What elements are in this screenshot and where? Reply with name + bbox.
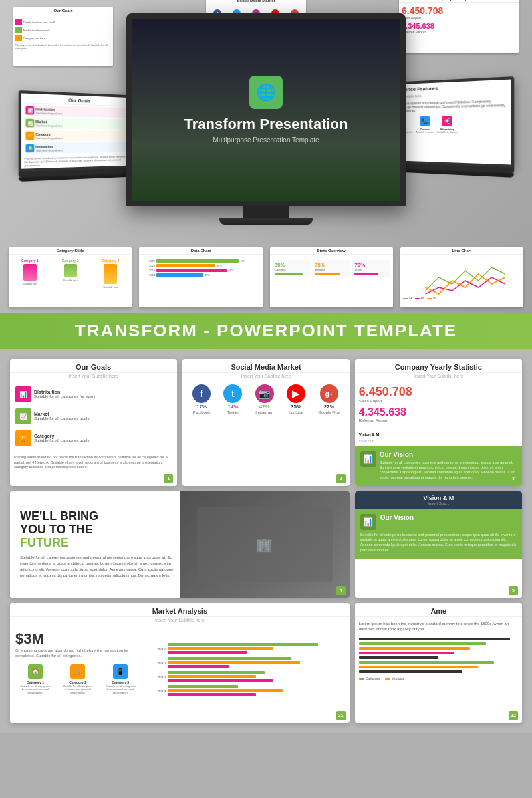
bar-2014-3 [168, 693, 256, 696]
mini-slide-3: Stats Overview 85% California 75% Montan… [270, 247, 393, 307]
bar-chart: 2017 2016 [151, 630, 344, 710]
america-page-num: 22 [509, 711, 518, 720]
america-lines [359, 638, 518, 673]
vision-header-sub: Insert Sub... [358, 501, 519, 505]
america-line-8 [359, 670, 463, 673]
stat-title: Company Yearly Statistic [355, 359, 522, 373]
monitor-stand [243, 206, 289, 218]
america-legend: California Montana [359, 676, 518, 681]
bar-2015-2 [168, 675, 256, 678]
america-line-6 [359, 661, 494, 664]
goals-subtitle: Insert Your Subtitle here [10, 373, 177, 381]
instagram-icon: 📷 [255, 384, 274, 403]
monitor-subtitle: Multipurpose Presentation Template [184, 136, 348, 144]
monitor-screen: 🌐 Transform Presentation Multipurpose Pr… [132, 19, 400, 201]
youtube-item: ▶ 35% Youtube [287, 384, 305, 414]
market-slide-card: Market Analysis Insert Your Subtitle her… [10, 603, 350, 723]
monitor-frame: 🌐 Transform Presentation Multipurpose Pr… [126, 13, 406, 206]
future-body-text: Suitable for all categories business and… [20, 555, 187, 579]
our-vision-text: Suitable for all categories business and… [380, 460, 517, 481]
america-body: Lorem Ipsum has been the industry's stan… [355, 617, 522, 685]
goal-icon-3: 🏆 [15, 430, 31, 446]
market-cat-3: 📱 Category 3 Suitable for all categories… [100, 664, 140, 694]
cat-icon-1: 🏠 [28, 664, 43, 679]
stat-page-num: 3 [509, 474, 518, 483]
cat-icon-2: 🛒 [70, 664, 85, 679]
vision-content: Our Vision Suitable for all categories b… [380, 451, 517, 481]
legend-dot-ca [359, 678, 364, 680]
bar-2017-2 [168, 647, 273, 650]
social-slide-card: Social Media Market Insert Your Subtitle… [182, 359, 349, 486]
future-bg-image: 🏢 [180, 491, 349, 598]
stat-num-1: 6.450.708 [359, 385, 518, 399]
america-line-5 [359, 656, 439, 659]
goals-page-num: 1 [164, 474, 173, 483]
america-line-2 [359, 642, 486, 645]
globe-icon: 🌐 [249, 76, 283, 109]
legend-montana: Montana [385, 676, 404, 681]
stat-numbers: 6.450.708 Sales Report 4.345.638 Referre… [355, 381, 522, 430]
bar-row-2017: 2017 [151, 643, 344, 654]
our-vision-box: 📊 Our Vision Suitable for all categories… [355, 446, 522, 486]
thumb-our-goals: Our Goals Distribution text here small M… [13, 7, 113, 66]
market-left: $3M Of shopping carts are abandoned righ… [10, 625, 146, 715]
vision-page-num: 5 [509, 586, 518, 595]
bar-2017-1 [168, 643, 318, 646]
social-title: Social Media Market [182, 359, 349, 373]
our-vision-detail-title: Our Vision [380, 514, 414, 521]
bar-2015-1 [168, 671, 265, 674]
vision-header: Vision & M Insert Sub... [355, 491, 522, 509]
mini-slide-1: Category Slide Category 1 Suitable text … [9, 247, 132, 307]
goals-slide-mini: Our Goals 📊 Distribution Text here for g… [21, 93, 132, 168]
market-big-price: $3M [15, 630, 140, 648]
laptop-screen-left: Our Goals 📊 Distribution Text here for g… [19, 90, 134, 172]
america-slide-card: Ame Lorem Ipsum has been the industry's … [355, 603, 522, 723]
america-line-3 [359, 647, 471, 650]
googleplus-item: g+ 22% Google Plus [318, 384, 340, 414]
goals-title: Our Goals [10, 359, 177, 373]
cat-icon-3: 📱 [113, 664, 128, 679]
banner-text: TRANSFORM - POWERPOINT TEMPLATE [75, 321, 457, 341]
laptop-left: Our Goals 📊 Distribution Text here for g… [19, 90, 134, 182]
vision-m-label: Vision & M [355, 430, 522, 439]
monitor-title: Transform Presentation [184, 116, 348, 133]
stat-subtitle: Insert Your Subtitle here [355, 373, 522, 381]
social-page-num: 2 [336, 474, 346, 483]
goal-icon-1: 📊 [15, 386, 31, 402]
goal-row-1: 📊 Distribution Suitable for all categori… [13, 384, 174, 404]
market-categories: 🏠 Category 1 Suitable for all categories… [15, 664, 140, 694]
twitter-icon: t [223, 384, 242, 403]
instagram-item: 📷 42% Instagram [255, 384, 274, 414]
market-content: $3M Of shopping carts are abandoned righ… [10, 625, 350, 715]
monitor-content: 🌐 Transform Presentation Multipurpose Pr… [184, 76, 348, 144]
twitter-item: t 14% Twitter [223, 384, 242, 414]
our-vision-detail-box: 📊 Our Vision Suitable for all categories… [355, 509, 522, 559]
future-text-area: WE'LL BRING YOU TO THE FUTURE Suitable f… [10, 491, 197, 598]
goals-slide-card: Our Goals Insert Your Subtitle here 📊 Di… [10, 359, 177, 486]
future-page-num: 4 [336, 586, 346, 595]
future-slide-card: WE'LL BRING YOU TO THE FUTURE Suitable f… [10, 491, 350, 598]
bottom-section: Our Goals Insert Your Subtitle here 📊 Di… [0, 349, 532, 733]
stat-label-2: Referred Report [359, 418, 518, 422]
goal-icon-2: 📈 [15, 408, 31, 424]
future-highlight: FUTURE [20, 536, 68, 549]
conference-slide-mini: Conference Features Insert Your Subtitle… [388, 80, 511, 165]
america-line-7 [359, 666, 478, 668]
our-vision-title: Our Vision [380, 451, 517, 458]
bar-2015-3 [168, 679, 273, 682]
vision-icon: 📊 [360, 451, 376, 467]
goal-row-2: 📈 Market Suitable for all categories goa… [13, 406, 174, 426]
conference-items: 💼 Business Suitable for all categories 📞… [390, 115, 508, 134]
market-page-num: 21 [336, 711, 346, 720]
mini-slide-4: Line Chart CA MT [400, 247, 523, 307]
market-cat-1: 🏠 Category 1 Suitable for all categories… [15, 664, 55, 694]
market-subtitle: Insert Your Subtitle here [10, 617, 350, 625]
googleplus-icon: g+ [320, 384, 338, 403]
bottom-mini-slides: Category Slide Category 1 Suitable text … [7, 245, 525, 309]
america-line-4 [359, 652, 455, 654]
bar-2017-3 [168, 651, 247, 654]
stat-num-2: 4.345.638 [359, 406, 518, 418]
market-cat-2: 🛒 Category 2 Suitable for all categories… [58, 664, 98, 694]
vision-header-title: Vision & M [358, 495, 519, 501]
mini-slide-2: Data Chart 2017 70% 2016 50% 2015 [139, 247, 262, 307]
